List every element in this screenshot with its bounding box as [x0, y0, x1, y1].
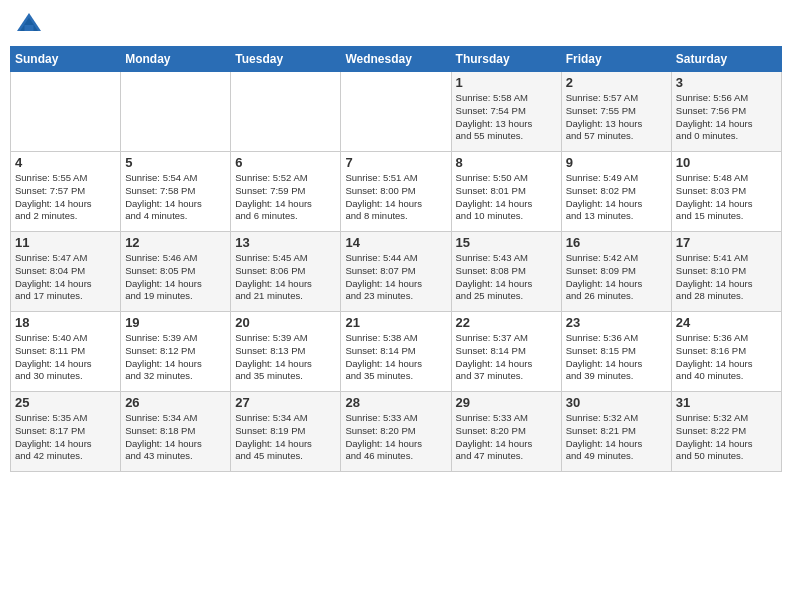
day-number: 8 — [456, 155, 557, 170]
calendar-cell: 2Sunrise: 5:57 AM Sunset: 7:55 PM Daylig… — [561, 72, 671, 152]
day-number: 29 — [456, 395, 557, 410]
day-number: 2 — [566, 75, 667, 90]
day-header-saturday: Saturday — [671, 47, 781, 72]
calendar-cell: 21Sunrise: 5:38 AM Sunset: 8:14 PM Dayli… — [341, 312, 451, 392]
day-number: 27 — [235, 395, 336, 410]
calendar-cell: 28Sunrise: 5:33 AM Sunset: 8:20 PM Dayli… — [341, 392, 451, 472]
day-number: 19 — [125, 315, 226, 330]
day-number: 25 — [15, 395, 116, 410]
day-number: 9 — [566, 155, 667, 170]
logo-icon — [14, 10, 44, 40]
day-info: Sunrise: 5:35 AM Sunset: 8:17 PM Dayligh… — [15, 412, 116, 463]
calendar-cell — [11, 72, 121, 152]
day-number: 30 — [566, 395, 667, 410]
calendar-week-row: 1Sunrise: 5:58 AM Sunset: 7:54 PM Daylig… — [11, 72, 782, 152]
calendar-cell: 22Sunrise: 5:37 AM Sunset: 8:14 PM Dayli… — [451, 312, 561, 392]
calendar-cell: 4Sunrise: 5:55 AM Sunset: 7:57 PM Daylig… — [11, 152, 121, 232]
day-info: Sunrise: 5:45 AM Sunset: 8:06 PM Dayligh… — [235, 252, 336, 303]
day-number: 18 — [15, 315, 116, 330]
day-info: Sunrise: 5:58 AM Sunset: 7:54 PM Dayligh… — [456, 92, 557, 143]
day-info: Sunrise: 5:34 AM Sunset: 8:18 PM Dayligh… — [125, 412, 226, 463]
calendar-cell: 13Sunrise: 5:45 AM Sunset: 8:06 PM Dayli… — [231, 232, 341, 312]
day-number: 10 — [676, 155, 777, 170]
day-info: Sunrise: 5:41 AM Sunset: 8:10 PM Dayligh… — [676, 252, 777, 303]
calendar-cell: 3Sunrise: 5:56 AM Sunset: 7:56 PM Daylig… — [671, 72, 781, 152]
day-number: 31 — [676, 395, 777, 410]
calendar-cell: 11Sunrise: 5:47 AM Sunset: 8:04 PM Dayli… — [11, 232, 121, 312]
calendar-cell: 8Sunrise: 5:50 AM Sunset: 8:01 PM Daylig… — [451, 152, 561, 232]
day-info: Sunrise: 5:46 AM Sunset: 8:05 PM Dayligh… — [125, 252, 226, 303]
day-info: Sunrise: 5:54 AM Sunset: 7:58 PM Dayligh… — [125, 172, 226, 223]
day-number: 1 — [456, 75, 557, 90]
calendar-cell: 10Sunrise: 5:48 AM Sunset: 8:03 PM Dayli… — [671, 152, 781, 232]
day-info: Sunrise: 5:40 AM Sunset: 8:11 PM Dayligh… — [15, 332, 116, 383]
calendar-cell: 7Sunrise: 5:51 AM Sunset: 8:00 PM Daylig… — [341, 152, 451, 232]
day-number: 12 — [125, 235, 226, 250]
day-number: 22 — [456, 315, 557, 330]
calendar-cell — [341, 72, 451, 152]
day-info: Sunrise: 5:57 AM Sunset: 7:55 PM Dayligh… — [566, 92, 667, 143]
day-header-sunday: Sunday — [11, 47, 121, 72]
day-number: 24 — [676, 315, 777, 330]
day-info: Sunrise: 5:44 AM Sunset: 8:07 PM Dayligh… — [345, 252, 446, 303]
calendar-cell: 1Sunrise: 5:58 AM Sunset: 7:54 PM Daylig… — [451, 72, 561, 152]
calendar-cell: 16Sunrise: 5:42 AM Sunset: 8:09 PM Dayli… — [561, 232, 671, 312]
day-info: Sunrise: 5:50 AM Sunset: 8:01 PM Dayligh… — [456, 172, 557, 223]
calendar-week-row: 25Sunrise: 5:35 AM Sunset: 8:17 PM Dayli… — [11, 392, 782, 472]
day-info: Sunrise: 5:39 AM Sunset: 8:13 PM Dayligh… — [235, 332, 336, 383]
day-info: Sunrise: 5:37 AM Sunset: 8:14 PM Dayligh… — [456, 332, 557, 383]
day-header-wednesday: Wednesday — [341, 47, 451, 72]
day-info: Sunrise: 5:51 AM Sunset: 8:00 PM Dayligh… — [345, 172, 446, 223]
calendar-cell: 6Sunrise: 5:52 AM Sunset: 7:59 PM Daylig… — [231, 152, 341, 232]
day-info: Sunrise: 5:34 AM Sunset: 8:19 PM Dayligh… — [235, 412, 336, 463]
calendar-cell: 26Sunrise: 5:34 AM Sunset: 8:18 PM Dayli… — [121, 392, 231, 472]
calendar-cell: 29Sunrise: 5:33 AM Sunset: 8:20 PM Dayli… — [451, 392, 561, 472]
calendar-cell: 24Sunrise: 5:36 AM Sunset: 8:16 PM Dayli… — [671, 312, 781, 392]
svg-rect-2 — [25, 25, 34, 31]
page-header — [10, 10, 782, 40]
calendar-cell: 17Sunrise: 5:41 AM Sunset: 8:10 PM Dayli… — [671, 232, 781, 312]
day-number: 5 — [125, 155, 226, 170]
day-info: Sunrise: 5:39 AM Sunset: 8:12 PM Dayligh… — [125, 332, 226, 383]
day-info: Sunrise: 5:56 AM Sunset: 7:56 PM Dayligh… — [676, 92, 777, 143]
calendar-cell: 12Sunrise: 5:46 AM Sunset: 8:05 PM Dayli… — [121, 232, 231, 312]
calendar-table: SundayMondayTuesdayWednesdayThursdayFrid… — [10, 46, 782, 472]
day-header-thursday: Thursday — [451, 47, 561, 72]
calendar-cell: 25Sunrise: 5:35 AM Sunset: 8:17 PM Dayli… — [11, 392, 121, 472]
day-number: 13 — [235, 235, 336, 250]
calendar-week-row: 11Sunrise: 5:47 AM Sunset: 8:04 PM Dayli… — [11, 232, 782, 312]
day-number: 23 — [566, 315, 667, 330]
day-number: 3 — [676, 75, 777, 90]
day-number: 4 — [15, 155, 116, 170]
day-number: 28 — [345, 395, 446, 410]
day-number: 26 — [125, 395, 226, 410]
day-number: 11 — [15, 235, 116, 250]
day-number: 21 — [345, 315, 446, 330]
day-info: Sunrise: 5:48 AM Sunset: 8:03 PM Dayligh… — [676, 172, 777, 223]
day-info: Sunrise: 5:36 AM Sunset: 8:15 PM Dayligh… — [566, 332, 667, 383]
calendar-cell — [121, 72, 231, 152]
day-header-friday: Friday — [561, 47, 671, 72]
day-number: 15 — [456, 235, 557, 250]
day-info: Sunrise: 5:42 AM Sunset: 8:09 PM Dayligh… — [566, 252, 667, 303]
calendar-week-row: 4Sunrise: 5:55 AM Sunset: 7:57 PM Daylig… — [11, 152, 782, 232]
calendar-cell: 23Sunrise: 5:36 AM Sunset: 8:15 PM Dayli… — [561, 312, 671, 392]
day-info: Sunrise: 5:55 AM Sunset: 7:57 PM Dayligh… — [15, 172, 116, 223]
day-info: Sunrise: 5:52 AM Sunset: 7:59 PM Dayligh… — [235, 172, 336, 223]
day-header-tuesday: Tuesday — [231, 47, 341, 72]
day-info: Sunrise: 5:33 AM Sunset: 8:20 PM Dayligh… — [345, 412, 446, 463]
day-number: 7 — [345, 155, 446, 170]
logo — [14, 10, 48, 40]
day-info: Sunrise: 5:47 AM Sunset: 8:04 PM Dayligh… — [15, 252, 116, 303]
day-info: Sunrise: 5:33 AM Sunset: 8:20 PM Dayligh… — [456, 412, 557, 463]
calendar-cell: 31Sunrise: 5:32 AM Sunset: 8:22 PM Dayli… — [671, 392, 781, 472]
calendar-cell: 18Sunrise: 5:40 AM Sunset: 8:11 PM Dayli… — [11, 312, 121, 392]
calendar-cell: 5Sunrise: 5:54 AM Sunset: 7:58 PM Daylig… — [121, 152, 231, 232]
day-header-monday: Monday — [121, 47, 231, 72]
calendar-cell — [231, 72, 341, 152]
day-info: Sunrise: 5:36 AM Sunset: 8:16 PM Dayligh… — [676, 332, 777, 383]
day-info: Sunrise: 5:43 AM Sunset: 8:08 PM Dayligh… — [456, 252, 557, 303]
day-number: 20 — [235, 315, 336, 330]
calendar-cell: 30Sunrise: 5:32 AM Sunset: 8:21 PM Dayli… — [561, 392, 671, 472]
day-info: Sunrise: 5:49 AM Sunset: 8:02 PM Dayligh… — [566, 172, 667, 223]
